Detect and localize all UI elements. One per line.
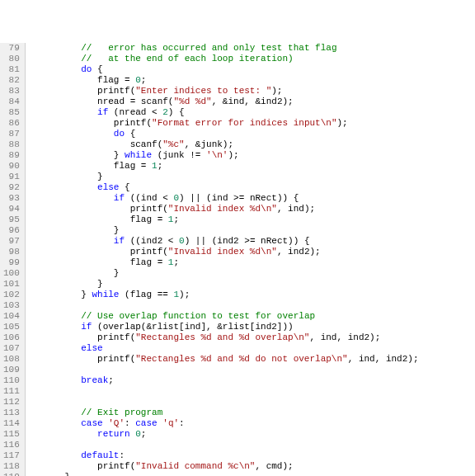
line-number: 116	[3, 440, 20, 450]
code-line	[32, 300, 475, 311]
line-number: 106	[3, 332, 20, 343]
code-line: if ((ind < 0) || (ind >= nRect)) {	[32, 193, 475, 204]
code-line: if (nread < 2) {	[32, 107, 475, 118]
line-number: 102	[3, 290, 20, 300]
code-line	[32, 397, 475, 408]
line-number: 86	[3, 118, 20, 129]
code-line: printf("Invalid index %d\n", ind2);	[32, 247, 475, 257]
line-number: 88	[3, 139, 20, 150]
line-number: 114	[3, 418, 20, 429]
code-line: if (overlap(&rlist[ind], &rlist[ind2]))	[32, 322, 475, 332]
line-number: 112	[3, 397, 20, 408]
line-number: 98	[3, 247, 20, 257]
code-line: nread = scanf("%d %d", &ind, &ind2);	[32, 97, 475, 107]
line-number: 96	[3, 225, 20, 236]
line-number: 84	[3, 97, 20, 107]
code-line: // Exit program	[32, 408, 475, 418]
line-number: 118	[3, 461, 20, 472]
line-number: 111	[3, 386, 20, 397]
line-number: 95	[3, 214, 20, 225]
line-number: 103	[3, 300, 20, 311]
code-line	[32, 386, 475, 397]
line-number: 104	[3, 311, 20, 322]
code-line: default:	[32, 450, 475, 461]
code-line: } while (junk != '\n');	[32, 150, 475, 161]
line-number: 93	[3, 193, 20, 204]
code-line: }	[32, 268, 475, 279]
code-line: printf("Enter indices to test: ");	[32, 86, 475, 97]
code-editor: 7980818283848586878889909192939495969798…	[0, 43, 475, 476]
line-number: 89	[3, 150, 20, 161]
line-number: 117	[3, 450, 20, 461]
line-number: 91	[3, 172, 20, 182]
code-line: if ((ind2 < 0) || (ind2 >= nRect)) {	[32, 236, 475, 247]
line-number: 80	[3, 54, 20, 64]
code-line: printf("Format error for indices input\n…	[32, 118, 475, 129]
code-line: flag = 1;	[32, 214, 475, 225]
code-line: do {	[32, 64, 475, 75]
code-line: else	[32, 343, 475, 354]
line-number: 82	[3, 75, 20, 86]
line-number: 90	[3, 161, 20, 172]
code-line: flag = 1;	[32, 161, 475, 172]
line-number: 85	[3, 107, 20, 118]
line-number: 83	[3, 86, 20, 97]
code-line: scanf("%c", &junk);	[32, 139, 475, 150]
code-line: }	[32, 172, 475, 182]
line-number: 100	[3, 268, 20, 279]
line-number: 79	[3, 43, 20, 54]
line-number: 81	[3, 64, 20, 75]
code-line: do {	[32, 129, 475, 139]
code-line: printf("Rectangles %d and %d overlap\n",…	[32, 332, 475, 343]
line-number: 115	[3, 429, 20, 440]
code-line: flag = 0;	[32, 75, 475, 86]
line-number: 113	[3, 408, 20, 418]
code-line: case 'Q': case 'q':	[32, 418, 475, 429]
line-number: 92	[3, 182, 20, 193]
line-number: 105	[3, 322, 20, 332]
line-number: 97	[3, 236, 20, 247]
code-line: else {	[32, 182, 475, 193]
code-line: return 0;	[32, 429, 475, 440]
code-line: printf("Rectangles %d and %d do not over…	[32, 354, 475, 365]
code-line: }	[32, 225, 475, 236]
line-number: 110	[3, 375, 20, 386]
line-number: 87	[3, 129, 20, 139]
code-line	[32, 440, 475, 450]
code-line: } while (flag == 1);	[32, 290, 475, 300]
code-line: }	[32, 472, 475, 476]
line-number: 99	[3, 257, 20, 268]
code-line: // error has occurred and only test that…	[32, 43, 475, 54]
code-line: printf("Invalid command %c\n", cmd);	[32, 461, 475, 472]
code-line: break;	[32, 375, 475, 386]
line-number: 109	[3, 365, 20, 375]
code-line	[32, 365, 475, 375]
line-number: 107	[3, 343, 20, 354]
code-line: // Use overlap function to test for over…	[32, 311, 475, 322]
code-line: flag = 1;	[32, 257, 475, 268]
code-content[interactable]: // error has occurred and only test that…	[26, 43, 475, 476]
code-line: printf("Invalid index %d\n", ind);	[32, 204, 475, 214]
line-number: 108	[3, 354, 20, 365]
line-number: 101	[3, 279, 20, 290]
code-line: }	[32, 279, 475, 290]
code-line: // at the end of each loop iteration)	[32, 54, 475, 64]
line-number: 94	[3, 204, 20, 214]
line-number-gutter: 7980818283848586878889909192939495969798…	[0, 43, 26, 476]
line-number: 119	[3, 472, 20, 476]
